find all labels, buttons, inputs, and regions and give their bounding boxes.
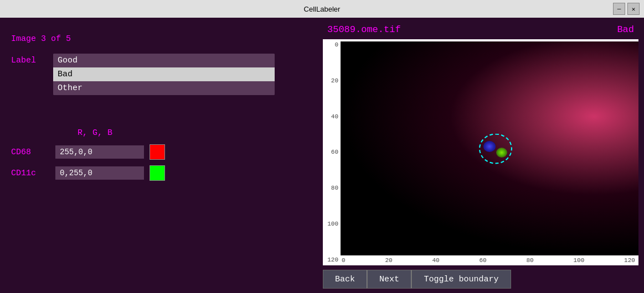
label-list-container: Good Bad Other [53,54,275,95]
cell-background [341,41,638,255]
bottom-buttons: Back Next Toggle boundary [323,268,638,289]
x-label-60: 60 [479,257,488,264]
right-panel: 35089.ome.tif Bad 0 20 40 60 80 100 120 [318,18,644,293]
next-button[interactable]: Next [367,270,411,289]
channel-row-cd11c: CD11c [11,165,307,181]
x-label-100: 100 [573,257,586,264]
x-label-120: 120 [624,257,637,264]
y-label-20: 20 [323,77,341,84]
label-option-bad[interactable]: Bad [53,67,275,81]
image-info: Image 3 of 5 [11,34,307,44]
image-filename: 35089.ome.tif [327,24,401,35]
main-content: Image 3 of 5 Label Good Bad Other R, G, … [0,18,644,293]
channel-name-cd11c: CD11c [11,169,50,178]
y-label-80: 80 [323,185,341,191]
channel-input-cd11c[interactable] [55,166,144,180]
image-viewer: 0 20 40 60 80 100 120 [323,39,638,265]
rgb-header: R, G, B [78,128,307,138]
channel-row-cd68: CD68 [11,144,307,160]
app-title: CellLabeler [304,5,341,13]
x-label-0: 0 [342,257,348,264]
x-label-80: 80 [526,257,535,264]
image-header: 35089.ome.tif Bad [323,22,638,37]
back-button[interactable]: Back [323,270,367,289]
image-label-badge: Bad [617,24,634,35]
y-label-40: 40 [323,113,341,120]
label-text: Label [11,56,44,65]
y-label-60: 60 [323,149,341,155]
image-canvas: 0 20 40 60 80 100 120 [323,39,638,265]
x-label-40: 40 [432,257,441,264]
left-panel: Image 3 of 5 Label Good Bad Other R, G, … [0,18,318,293]
cell-image [341,41,638,255]
y-label-120: 120 [323,257,341,263]
close-button[interactable]: ✕ [627,3,640,15]
window-controls: — ✕ [613,3,640,15]
y-label-0: 0 [323,41,341,48]
color-swatch-cd11c[interactable] [150,165,165,181]
titlebar: CellLabeler — ✕ [0,0,644,18]
label-option-good[interactable]: Good [53,54,275,67]
label-option-other[interactable]: Other [53,81,275,95]
label-row: Label Good Bad Other [11,54,307,95]
color-swatch-cd68[interactable] [150,144,165,160]
minimize-button[interactable]: — [613,3,625,15]
x-axis: 0 20 40 60 80 100 120 [341,255,638,265]
label-select[interactable]: Good Bad Other [53,54,275,95]
x-label-20: 20 [385,257,394,264]
y-axis: 0 20 40 60 80 100 120 [323,39,341,265]
channel-input-cd68[interactable] [55,145,144,159]
channels-section: R, G, B CD68 CD11c [11,128,307,186]
toggle-boundary-button[interactable]: Toggle boundary [411,270,511,289]
channel-name-cd68: CD68 [11,148,50,157]
y-label-100: 100 [323,221,341,227]
cell-boundary-circle [479,133,512,164]
